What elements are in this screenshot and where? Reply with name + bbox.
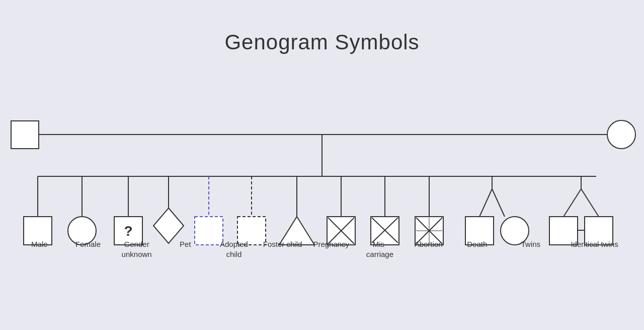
top-male-symbol [11, 121, 39, 149]
label-gender-unknown: Gender unknown [117, 239, 157, 259]
label-adopted-child: Adopted child [214, 239, 254, 259]
label-foster-child: Foster child [263, 239, 303, 249]
label-identical-twins: Identical twins [565, 239, 625, 249]
label-female: Female [68, 239, 108, 249]
label-miscarriage: Mis-carriage [360, 239, 400, 259]
svg-line-12 [492, 189, 505, 217]
label-pet: Pet [165, 239, 205, 249]
label-pregnancy: Pregnancy [311, 239, 351, 249]
label-abortion: Abortion [409, 239, 449, 249]
labels-row: Male Female Gender unknown Pet Adopted c… [0, 239, 644, 259]
pet-symbol [153, 208, 184, 243]
top-female-symbol [607, 120, 635, 149]
svg-line-11 [479, 189, 492, 217]
diagram-area: ? Male Female [0, 111, 644, 302]
label-twins: Twins [506, 239, 556, 249]
label-death: Death [457, 239, 497, 249]
page-title: Genogram Symbols [0, 0, 644, 54]
gender-unknown-text: ? [124, 223, 132, 239]
svg-line-15 [581, 189, 599, 217]
svg-line-14 [564, 189, 581, 217]
label-male: Male [19, 239, 59, 249]
